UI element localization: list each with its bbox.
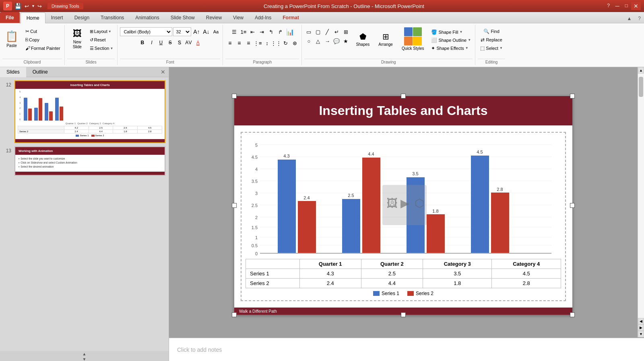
quick-access-dropdown[interactable]: ▼ [31, 4, 35, 8]
font-size-select[interactable]: 32 [173, 27, 191, 36]
shape-elbow-arrow[interactable]: ↵ [332, 27, 341, 36]
align-left-button[interactable]: ≡ [225, 39, 234, 47]
shape-line[interactable]: ╱ [323, 27, 332, 36]
align-center-button[interactable]: ≡ [235, 39, 244, 47]
shape-rect[interactable]: ▭ [304, 27, 313, 36]
tab-transitions[interactable]: Transitions [95, 12, 130, 23]
cut-button[interactable]: ✂ Cut [24, 27, 62, 35]
quick-access-save[interactable]: 💾 [14, 2, 22, 10]
chart-icon[interactable]: 📊 [285, 27, 295, 37]
font-family-select[interactable]: Calibri (Body) [120, 27, 172, 36]
convert-smartart-button[interactable]: ⊛ [290, 39, 299, 47]
tab-insert[interactable]: Insert [45, 12, 69, 23]
shape-rounded-rect[interactable]: ▢ [314, 27, 322, 36]
minimize-btn[interactable]: ─ [613, 2, 622, 10]
shadow-button[interactable]: S [175, 38, 184, 47]
tab-animations[interactable]: Animations [130, 12, 165, 23]
format-painter-button[interactable]: 🖌 Format Painter [24, 44, 62, 52]
tab-review[interactable]: Review [200, 12, 227, 23]
help-btn[interactable]: ? [605, 2, 612, 10]
slide-thumbnail-12[interactable]: Inserting Tables and Charts 543210 [14, 80, 165, 143]
handle-tl[interactable] [232, 94, 237, 98]
justify-button[interactable]: ⋮≡ [253, 39, 262, 47]
find-button[interactable]: 🔍 Find [481, 27, 502, 35]
quick-styles-button[interactable]: Quick Styles [398, 27, 427, 51]
italic-button[interactable]: I [147, 38, 156, 47]
text-dir-button[interactable]: ↻ [281, 39, 290, 47]
align-right-button[interactable]: ≡ [244, 39, 253, 47]
next-slide-btn[interactable]: ▶ [638, 324, 644, 331]
handle-ml[interactable] [232, 203, 237, 208]
font-grow-button[interactable]: A↑ [192, 27, 201, 36]
font-color-button[interactable]: A [194, 38, 202, 47]
shapes-button[interactable]: ⬟ Shapes [353, 27, 373, 51]
columns-button[interactable]: ⋮⋮ [272, 39, 281, 47]
tab-outline[interactable]: Outline [26, 67, 54, 77]
paste-button[interactable]: 📋 Paste [2, 27, 21, 51]
tab-addins[interactable]: Add-Ins [249, 12, 277, 23]
quick-access-undo[interactable]: ↩ [24, 2, 30, 10]
ribbon-collapse[interactable]: ▲ [623, 14, 635, 23]
strikethrough-button[interactable]: S [166, 38, 175, 47]
handle-tm[interactable] [401, 94, 406, 98]
handle-bm[interactable] [401, 312, 406, 317]
underline-button[interactable]: U [157, 38, 165, 47]
tab-slideshow[interactable]: Slide Show [165, 12, 200, 23]
tab-format[interactable]: Format [277, 12, 305, 23]
tab-home[interactable]: Home [21, 12, 45, 23]
quick-access-redo[interactable]: ↪ [37, 2, 43, 10]
tab-file[interactable]: File [0, 12, 20, 23]
help-icon[interactable]: ? [635, 14, 644, 23]
prev-slide-btn[interactable]: ◀ [638, 318, 644, 324]
handle-br[interactable] [570, 312, 575, 317]
arrange-button[interactable]: ⊞ Arrange [375, 27, 396, 51]
maximize-btn[interactable]: □ [623, 2, 630, 10]
increase-indent-button[interactable]: ⇥ [258, 28, 266, 37]
tab-design[interactable]: Design [69, 12, 95, 23]
shape-more[interactable]: ⊞ [341, 27, 350, 36]
slide12-title-thumb: Inserting Tables and Charts [15, 81, 165, 89]
vscroll-down-btn[interactable]: ▼ [638, 331, 644, 337]
font-shrink-button[interactable]: A↓ [202, 27, 211, 36]
tab-slides[interactable]: Slides [0, 67, 26, 77]
shape-outline-button[interactable]: ⬜ Shape Outline ▼ [429, 36, 473, 44]
copy-icon: ⎘ [25, 37, 28, 43]
select-button[interactable]: ⬚ Select ▼ [478, 44, 505, 52]
bullets-button[interactable]: ☰ [230, 28, 239, 37]
numbering-button[interactable]: 1≡ [239, 28, 248, 37]
line-spacing-button[interactable]: ↕ [262, 39, 271, 47]
close-btn[interactable]: ✕ [631, 2, 641, 10]
shape-triangle[interactable]: △ [314, 37, 322, 45]
bold-button[interactable]: B [138, 38, 147, 47]
reset-button[interactable]: ↺ Reset [88, 36, 115, 44]
charspacing-button[interactable]: AV [184, 38, 193, 47]
notes-area[interactable]: Click to add notes [169, 337, 644, 361]
new-slide-button[interactable]: 🖼 NewSlide [67, 27, 87, 51]
shape-effects-button[interactable]: ✦ Shape Effects ▼ [429, 44, 473, 52]
handle-bl[interactable] [232, 312, 237, 317]
vscroll-up-btn[interactable]: ▲ [638, 67, 644, 74]
handle-tr[interactable] [570, 94, 575, 98]
layout-icon: ⊞ [90, 29, 93, 34]
decrease-indent-button[interactable]: ⇤ [248, 28, 257, 37]
shape-star[interactable]: ★ [341, 37, 350, 45]
section-button[interactable]: ☰ Section ▼ [88, 44, 115, 52]
copy-button[interactable]: ⎘ Copy [24, 36, 62, 44]
handle-mr[interactable] [570, 203, 575, 208]
shape-oval[interactable]: ○ [304, 37, 313, 45]
shape-fill-button[interactable]: 🪣 Shape Fill ▼ [429, 28, 473, 36]
tab-view[interactable]: View [227, 12, 249, 23]
panel-scroll-up[interactable]: ▲ [83, 352, 87, 356]
layout-button[interactable]: ⊞ Layout ▼ [88, 27, 115, 35]
chart-area[interactable]: 5 4.5 4 3.5 3 2.5 2 1.5 1 0.5 0 [241, 132, 566, 301]
shape-callout[interactable]: 💬 [332, 37, 341, 45]
slide-thumbnail-13[interactable]: Working with Animation •Select the slide… [14, 146, 165, 176]
replace-button[interactable]: ⇄ Replace [478, 36, 504, 43]
ltr-button[interactable]: ↱ [276, 28, 285, 37]
clear-format-button[interactable]: Aa [211, 27, 220, 36]
panel-close-button[interactable]: ✕ [157, 67, 169, 77]
panel-scroll-down[interactable]: ▼ [83, 357, 87, 361]
rtl-button[interactable]: ↰ [267, 28, 276, 37]
shape-arrow[interactable]: → [323, 37, 332, 45]
vscroll-thumb[interactable] [639, 77, 643, 97]
